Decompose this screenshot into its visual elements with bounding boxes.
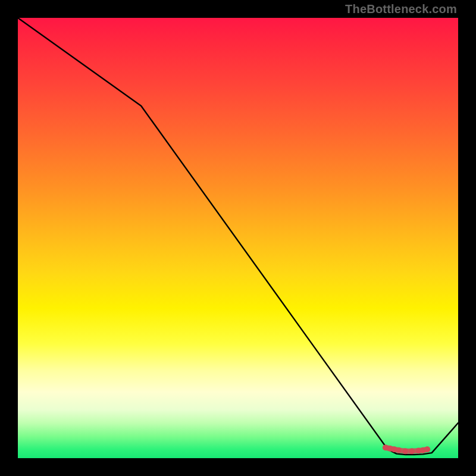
watermark-text: TheBottleneck.com [345,2,457,16]
optimal-point [424,446,430,452]
bottleneck-curve [18,18,458,455]
optimal-band-markers [383,444,430,454]
optimal-point [402,448,408,454]
chart-overlay [18,18,458,458]
optimal-point [396,447,402,453]
optimal-point [409,448,415,454]
chart-frame: TheBottleneck.com [0,0,476,476]
